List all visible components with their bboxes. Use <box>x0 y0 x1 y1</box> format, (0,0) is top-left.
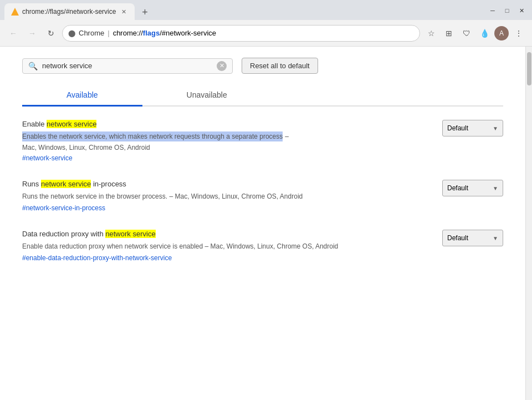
scrollbar-thumb[interactable] <box>527 52 531 85</box>
flag-link-1[interactable]: #network-service <box>22 154 73 162</box>
browser-tab-active[interactable]: chrome://flags/#network-service ✕ <box>4 3 135 20</box>
search-box[interactable]: 🔍 ✕ <box>22 58 233 74</box>
forward-button[interactable]: → <box>24 26 40 41</box>
page-wrapper: 🔍 ✕ Reset all to default Available Unava… <box>0 47 532 400</box>
reset-all-button[interactable]: Reset all to default <box>242 58 318 74</box>
flag-title-text-1a: Enable <box>22 120 47 128</box>
tab-favicon <box>11 8 19 16</box>
flag-desc-2: Runs the network service in the browser … <box>22 191 433 201</box>
url-bar[interactable]: ⬤ Chrome | chrome://flags/#network-servi… <box>62 25 420 42</box>
tab-unavailable[interactable]: Unavailable <box>142 85 272 105</box>
flag-title-highlight-3: network service <box>105 230 155 238</box>
flag-row-3: Data reduction proxy with network servic… <box>22 230 503 262</box>
flag-control-2[interactable]: Default ▼ <box>442 180 503 196</box>
flag-row-1: Enable network service Enables the netwo… <box>22 120 503 162</box>
page-tabs: Available Unavailable <box>22 85 503 107</box>
chrome-menu-icon[interactable]: ⋮ <box>511 26 526 41</box>
url-flags: flags <box>143 29 160 37</box>
search-container: 🔍 ✕ Reset all to default <box>22 58 503 74</box>
flag-desc-selected-1: Enables the network service, which makes… <box>22 131 283 141</box>
flag-control-1[interactable]: Default ▼ <box>442 120 503 136</box>
window-controls: ─ □ ✕ <box>487 4 528 17</box>
flag-title-highlight-1: network service <box>47 120 96 128</box>
flag-desc-dash-1: – <box>285 131 289 141</box>
new-tab-button[interactable]: + <box>137 4 152 20</box>
flag-control-value-3: Default <box>447 234 468 242</box>
tab-close-button[interactable]: ✕ <box>119 7 128 16</box>
toolbar-icons: ☆ ⊞ 🛡 💧 A ⋮ <box>423 26 526 41</box>
flag-row-2: Runs network service in-process Runs the… <box>22 180 503 212</box>
dropdown-arrow-2: ▼ <box>493 185 498 191</box>
flag-title-1: Enable network service <box>22 120 433 128</box>
profile-avatar[interactable]: A <box>494 26 509 40</box>
flag-text-col-2: Runs network service in-process Runs the… <box>22 180 433 212</box>
flag-platforms-1: Mac, Windows, Linux, Chrome OS, Android <box>22 144 433 151</box>
url-text: chrome://flags/#network-service <box>113 29 216 37</box>
minimize-button[interactable]: ─ <box>487 4 499 17</box>
reload-button[interactable]: ↻ <box>43 26 59 41</box>
flag-title-highlight-2: network service <box>41 180 91 188</box>
flag-control-value-2: Default <box>447 184 468 192</box>
bookmark-icon[interactable]: ☆ <box>423 26 439 41</box>
flag-control-3[interactable]: Default ▼ <box>442 230 503 246</box>
url-suffix: /#network-service <box>160 29 216 37</box>
extension1-icon[interactable]: ⊞ <box>441 26 457 41</box>
flag-title-2: Runs network service in-process <box>22 180 433 188</box>
url-separator: | <box>108 29 109 37</box>
tab-available[interactable]: Available <box>22 85 142 107</box>
flag-desc-text-2: Runs the network service in the browser … <box>22 191 303 201</box>
flag-title-3: Data reduction proxy with network servic… <box>22 230 433 238</box>
flag-item-enable-network-service: Enable network service Enables the netwo… <box>22 120 503 162</box>
dropdown-arrow-3: ▼ <box>493 235 498 241</box>
flag-title-text-2a: Runs <box>22 180 41 188</box>
back-button[interactable]: ← <box>6 26 21 41</box>
scrollbar[interactable] <box>525 47 532 400</box>
flag-text-col-1: Enable network service Enables the netwo… <box>22 120 433 162</box>
dropdown-arrow-1: ▼ <box>493 125 498 131</box>
search-clear-button[interactable]: ✕ <box>217 61 227 71</box>
extension2-icon[interactable]: 🛡 <box>459 26 474 41</box>
flag-desc-1: Enables the network service, which makes… <box>22 131 433 141</box>
page-content: 🔍 ✕ Reset all to default Available Unava… <box>0 47 525 400</box>
search-icon: 🔍 <box>28 62 38 70</box>
maximize-button[interactable]: □ <box>501 4 513 17</box>
flag-text-col-3: Data reduction proxy with network servic… <box>22 230 433 262</box>
tab-strip: chrome://flags/#network-service ✕ + <box>4 3 152 20</box>
flag-item-network-service-in-process: Runs network service in-process Runs the… <box>22 180 503 212</box>
flag-link-2[interactable]: #network-service-in-process <box>22 204 105 212</box>
address-bar: ← → ↻ ⬤ Chrome | chrome://flags/#network… <box>0 20 532 47</box>
flag-item-data-reduction-proxy: Data reduction proxy with network servic… <box>22 230 503 262</box>
flag-control-value-1: Default <box>447 124 468 132</box>
site-name: Chrome <box>79 29 104 37</box>
tab-title: chrome://flags/#network-service <box>22 8 116 16</box>
flag-desc-text-3: Enable data reduction proxy when network… <box>22 241 338 251</box>
search-input[interactable] <box>42 62 212 70</box>
close-window-button[interactable]: ✕ <box>515 4 528 17</box>
site-icon: ⬤ <box>68 29 75 37</box>
flag-link-3[interactable]: #enable-data-reduction-proxy-with-networ… <box>22 254 172 262</box>
flag-title-text-2b: in-process <box>91 180 126 188</box>
extension3-icon[interactable]: 💧 <box>477 26 492 41</box>
title-bar: chrome://flags/#network-service ✕ + ─ □ … <box>0 0 532 20</box>
flag-title-text-3a: Data reduction proxy with <box>22 230 105 238</box>
url-prefix: chrome:// <box>113 29 143 37</box>
flag-desc-3: Enable data reduction proxy when network… <box>22 241 433 251</box>
